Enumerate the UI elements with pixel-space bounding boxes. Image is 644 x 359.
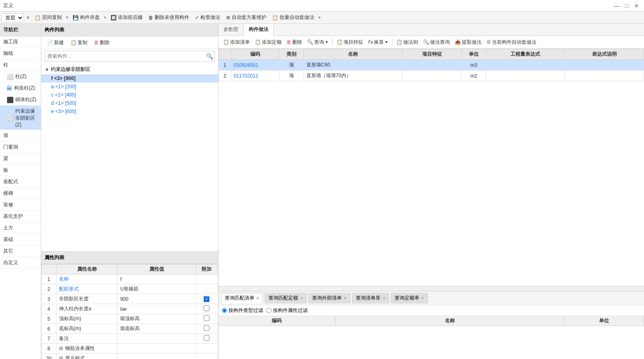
tree-item-f3-900[interactable]: f <3> [900] [41, 74, 218, 83]
expand-8[interactable]: ⊞ [59, 345, 63, 351]
attr-check-6[interactable] [204, 325, 209, 331]
batch-auto-button[interactable]: 📋 批量自动套做法 [270, 13, 317, 23]
col-name-header: 名称 [303, 49, 402, 60]
close-external-tab[interactable]: ✕ [343, 296, 347, 300]
delete-component-button[interactable]: 🗑 删除 [92, 38, 112, 47]
project-feature-icon: 📋 [336, 39, 343, 45]
close-match-quota-tab[interactable]: ✕ [300, 296, 303, 300]
search-icon: 🔍 [206, 53, 213, 59]
table-row[interactable]: 2 011702011 项 直形墙（墙厚70内） m2 [219, 71, 644, 81]
attr-row-3: 3 非阴影区长度 900 ✓ [42, 294, 218, 304]
floor-copy-button[interactable]: 📋 层间复制 [32, 13, 64, 23]
attribute-header: 属性列表 [41, 252, 218, 264]
filter-by-type-radio[interactable] [222, 308, 227, 313]
main-toolbar: 首层 ▼ 📋 层间复制 ▼ 💾 构件存盘 ▼ 🔲 添加前后缀 🗑 删除未使用构件… [0, 12, 644, 24]
close-list-tab[interactable]: ✕ [382, 296, 385, 300]
bottom-tab-match-list[interactable]: 查询匹配清单 ✕ [221, 293, 263, 303]
nav-item-modular[interactable]: 装配式 [0, 176, 41, 188]
component-list-header: 构件列表 [41, 24, 218, 36]
attr-name-2[interactable]: 配筋形式 [59, 286, 79, 292]
floor-select[interactable]: 首层 [2, 13, 24, 22]
bottom-tabs: 查询匹配清单 ✕ 查询匹配定额 ✕ 查询外部清单 ✕ 查询清单库 ✕ 查询定额率 [219, 291, 644, 305]
right-panel: 参数图 构件做法 📋 添加清单 📋 添加定额 🗑 删除 🔍 查询 ▼ [219, 24, 644, 359]
title-bar: 定义 — □ ✕ [0, 0, 644, 12]
tree-item-e3-600[interactable]: e <3> [600] [41, 107, 218, 116]
table-row[interactable]: 1 010504001 项 直形墙C60 m3 [219, 60, 644, 71]
close-rate-tab[interactable]: ✕ [421, 296, 424, 300]
new-component-button[interactable]: 📄 新建 [45, 38, 66, 47]
nav-item-wall[interactable]: 墙 [0, 130, 41, 142]
nav-item-construction[interactable]: 施工段 [0, 36, 41, 48]
bottom-tab-external[interactable]: 查询外部清单 ✕ [308, 293, 350, 303]
expand-20[interactable]: ⊞ [59, 355, 63, 359]
method-rule-button[interactable]: 📋 做法则 [394, 38, 420, 47]
tree-group-constrained[interactable]: ▼ 约束边缘非阴影区 [41, 65, 218, 74]
nav-item-structure-z[interactable]: 🏛 构造柱(Z) [0, 83, 41, 94]
attr-check-7[interactable] [204, 335, 209, 341]
nav-item-earthwork[interactable]: 土方 [0, 222, 41, 234]
nav-item-column-z[interactable]: ⬜ 柱(Z) [0, 71, 41, 83]
nav-item-axis[interactable]: 轴线 [0, 48, 41, 59]
toolbar-sep2 [392, 38, 393, 46]
query-button[interactable]: 🔍 查询 ▼ [305, 38, 331, 47]
checkbox-checked-blue[interactable]: ✓ [204, 296, 209, 302]
nav-item-decoration[interactable]: 装修 [0, 199, 41, 211]
nav-item-slab[interactable]: 板 [0, 165, 41, 176]
tree-item-a1-200[interactable]: a <1> [200] [41, 83, 218, 91]
nav-item-beam[interactable]: 梁 [0, 153, 41, 165]
nav-header: 导航栏 [0, 24, 41, 36]
search-submit-button[interactable]: 🔍 [204, 51, 214, 61]
bottom-tab-list[interactable]: 查询清单库 ✕ [352, 293, 389, 303]
component-save-button[interactable]: 💾 构件存盘 [70, 13, 102, 23]
auto-match-button[interactable]: ⚙ 当前构件自动套做法 [484, 38, 538, 47]
nav-item-column[interactable]: 柱 [0, 59, 41, 71]
horizontal-scrollbar[interactable] [219, 286, 644, 291]
bottom-tab-rate[interactable]: 查询定额率 ✕ [391, 293, 428, 303]
tree-item-c1-400[interactable]: c <1> [400] [41, 91, 218, 99]
component-search-input[interactable] [45, 52, 204, 60]
nav-item-door-window[interactable]: 门窗洞 [0, 142, 41, 153]
close-match-list-tab[interactable]: ✕ [256, 296, 259, 300]
minimize-button[interactable]: — [613, 2, 621, 10]
attr-name-1[interactable]: 名称 [59, 276, 69, 282]
query-icon: 🔍 [307, 39, 313, 45]
copy-component-button[interactable]: 📋 复制 [68, 38, 90, 47]
extract-method-button[interactable]: 📤 提取做法 [453, 38, 484, 47]
delete-icon: 🗑 [94, 40, 99, 45]
nav-item-brick-z[interactable]: ⬛ 砌体柱(Z) [0, 94, 41, 106]
add-before-after-button[interactable]: 🔲 添加前后缀 [108, 13, 145, 23]
project-feature-button[interactable]: 📋 项目特征 [334, 38, 365, 47]
nav-item-custom[interactable]: 自定义 [0, 257, 41, 269]
tree-item-d1-500[interactable]: d <1> [500] [41, 99, 218, 107]
add-quota-icon: 📋 [255, 39, 261, 45]
component-search-box: 🔍 [45, 51, 215, 61]
add-quota-button[interactable]: 📋 添加定额 [253, 38, 284, 47]
attr-row-20: 20 ⊞ 显示样式 [42, 354, 218, 359]
nav-item-foundation[interactable]: 基坑支护 [0, 211, 41, 222]
auto-scheme-button[interactable]: ⚙ 自动套方案维护 [223, 13, 269, 23]
filter-by-attr-radio[interactable] [266, 308, 272, 313]
delete-row-button[interactable]: 🗑 删除 [284, 38, 304, 47]
tab-params[interactable]: 参数图 [219, 24, 244, 35]
check-method-button[interactable]: ✓ 检查做法 [193, 13, 223, 23]
tab-methods[interactable]: 构件做法 [244, 24, 274, 36]
method-query-button[interactable]: 🔍 做法查询 [421, 38, 452, 47]
nav-item-basement[interactable]: 基础 [0, 234, 41, 246]
construction-label: 施工段 [3, 38, 18, 45]
close-button[interactable]: ✕ [632, 2, 641, 10]
attr-check-5[interactable] [204, 315, 209, 321]
filter-by-attr-label[interactable]: 按构件属性过滤 [266, 307, 308, 314]
bottom-tab-match-quota[interactable]: 查询匹配定额 ✕ [265, 293, 307, 303]
calculate-button[interactable]: fx 换算 ▼ [366, 38, 390, 47]
component-tree: ▼ 约束边缘非阴影区 f <3> [900] a <1> [200] c <1>… [41, 63, 218, 251]
nav-item-other[interactable]: 其它 [0, 246, 41, 257]
nav-item-stairs[interactable]: 楼梯 [0, 188, 41, 199]
bottom-col-code: 编码 [219, 316, 336, 326]
window-title: 定义 [3, 2, 13, 9]
add-list-button[interactable]: 📋 添加清单 [221, 38, 252, 47]
nav-item-constrained-z[interactable]: ⬜ 约束边缘非阴影区(Z) [0, 106, 41, 130]
filter-by-type-label[interactable]: 按构件类型过滤 [222, 307, 263, 314]
delete-unused-button[interactable]: 🗑 删除未使用构件 [146, 13, 192, 23]
attr-check-4[interactable] [204, 305, 209, 311]
maximize-button[interactable]: □ [623, 2, 631, 10]
